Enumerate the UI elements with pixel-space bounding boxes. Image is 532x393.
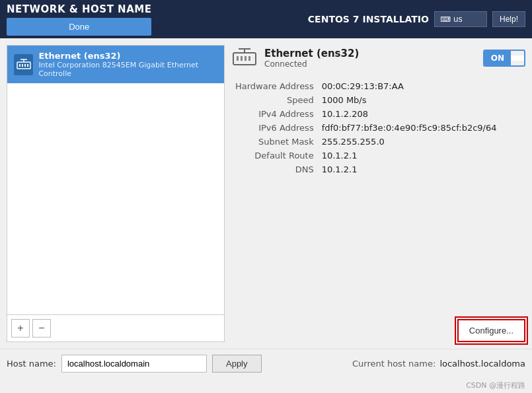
ipv4-value: 10.1.2.208 — [318, 107, 525, 121]
svg-rect-11 — [248, 56, 250, 61]
table-row: DNS 10.1.2.1 — [231, 162, 525, 176]
info-table: Hardware Address 00:0C:29:13:B7:AA Speed… — [231, 79, 525, 176]
dns-value: 10.1.2.1 — [318, 162, 525, 176]
apply-button[interactable]: Apply — [212, 355, 262, 373]
body-area: Ethernet (ens32) Intel Corporation 82545… — [0, 38, 532, 349]
dns-label: DNS — [231, 162, 318, 176]
bottom-right: Current host name: localhost.localdoma — [352, 359, 525, 369]
keyboard-locale: us — [453, 15, 463, 24]
toggle-on-label: ON — [484, 51, 511, 65]
current-hostname-value: localhost.localdoma — [439, 359, 525, 369]
ethernet-name: Ethernet (ens32) — [38, 51, 217, 61]
table-row: Speed 1000 Mb/s — [231, 93, 525, 107]
table-row: IPv4 Address 10.1.2.208 — [231, 107, 525, 121]
watermark: CSDN @漫行程路 — [0, 378, 532, 393]
eth-icon — [231, 45, 258, 71]
left-panel: Ethernet (ens32) Intel Corporation 82545… — [7, 45, 225, 342]
hostname-input[interactable] — [61, 355, 207, 373]
right-panel: Ethernet (ens32) Connected ON Hardware A… — [231, 45, 525, 342]
ethernet-list-item[interactable]: Ethernet (ens32) Intel Corporation 82545… — [7, 46, 224, 83]
eth-name: Ethernet (ens32) — [264, 48, 359, 59]
toggle-off-label — [511, 55, 524, 61]
bottom-bar: Host name: Apply Current host name: loca… — [0, 349, 532, 378]
top-bar-right: CENTOS 7 INSTALLATIO ⌨ us Help! — [308, 11, 525, 27]
toggle-switch[interactable]: ON — [483, 50, 525, 67]
help-button[interactable]: Help! — [492, 11, 525, 27]
table-row: Subnet Mask 255.255.255.0 — [231, 135, 525, 149]
hostname-label: Host name: — [7, 359, 56, 369]
ethernet-item-text: Ethernet (ens32) Intel Corporation 82545… — [38, 51, 217, 78]
configure-button[interactable]: Configure... — [457, 319, 525, 342]
ethernet-icon — [14, 54, 33, 75]
left-panel-spacer — [7, 83, 224, 314]
subnet-label: Subnet Mask — [231, 135, 318, 149]
ipv6-value: fdf0:bf77:bf3e:0:4e90:f5c9:85cf:b2c9/64 — [318, 121, 525, 135]
hardware-address-label: Hardware Address — [231, 79, 318, 93]
table-row: Hardware Address 00:0C:29:13:B7:AA — [231, 79, 525, 93]
svg-rect-1 — [19, 64, 20, 67]
ipv4-label: IPv4 Address — [231, 107, 318, 121]
centos-title: CENTOS 7 INSTALLATIO — [308, 14, 429, 24]
table-row: Default Route 10.1.2.1 — [231, 149, 525, 162]
ethernet-desc: Intel Corporation 82545EM Gigabit Ethern… — [38, 61, 217, 78]
connected-status: Connected — [264, 59, 359, 69]
right-header: Ethernet (ens32) Connected ON — [231, 45, 525, 71]
svg-rect-10 — [245, 56, 247, 61]
keyboard-icon: ⌨ — [440, 15, 451, 24]
ipv6-label: IPv6 Address — [231, 121, 318, 135]
page-title: NETWORK & HOST NAME — [7, 3, 151, 15]
top-bar-left: NETWORK & HOST NAME Done — [7, 3, 151, 36]
add-button[interactable]: + — [11, 319, 30, 338]
remove-button[interactable]: − — [32, 319, 51, 338]
left-panel-buttons: + − — [7, 314, 224, 341]
svg-rect-8 — [237, 56, 239, 61]
current-hostname-label: Current host name: — [352, 359, 436, 369]
svg-rect-4 — [27, 64, 28, 67]
speed-value: 1000 Mb/s — [318, 93, 525, 107]
right-header-text: Ethernet (ens32) Connected — [264, 48, 359, 69]
right-header-left: Ethernet (ens32) Connected — [231, 45, 359, 71]
svg-rect-3 — [24, 64, 26, 67]
top-bar: NETWORK & HOST NAME Done CENTOS 7 INSTAL… — [0, 0, 532, 38]
done-button[interactable]: Done — [7, 18, 151, 36]
main-content: Ethernet (ens32) Intel Corporation 82545… — [0, 38, 532, 393]
default-route-value: 10.1.2.1 — [318, 149, 525, 162]
keyboard-selector[interactable]: ⌨ us — [434, 11, 487, 27]
configure-area: Configure... — [231, 306, 525, 342]
bottom-left: Host name: Apply — [7, 355, 262, 373]
default-route-label: Default Route — [231, 149, 318, 162]
subnet-value: 255.255.255.0 — [318, 135, 525, 149]
svg-rect-2 — [22, 64, 23, 67]
hardware-address-value: 00:0C:29:13:B7:AA — [318, 79, 525, 93]
table-row: IPv6 Address fdf0:bf77:bf3e:0:4e90:f5c9:… — [231, 121, 525, 135]
speed-label: Speed — [231, 93, 318, 107]
svg-rect-9 — [241, 56, 243, 61]
